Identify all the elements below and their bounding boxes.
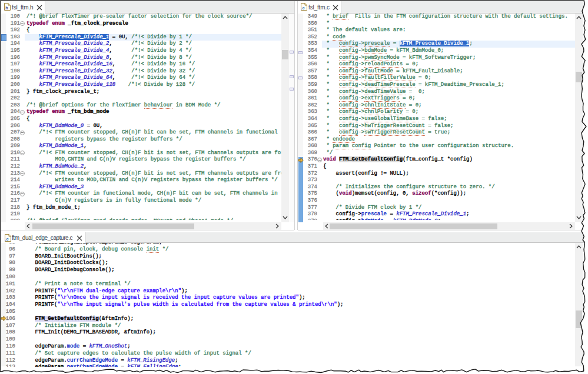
svg-text:.c: .c xyxy=(5,236,9,242)
svg-text:.c: .c xyxy=(301,5,305,11)
svg-text:.h: .h xyxy=(4,5,8,11)
